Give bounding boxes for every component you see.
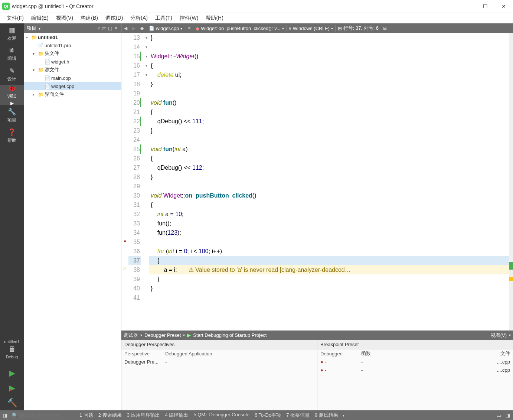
locator[interactable]: 🔍 xyxy=(12,413,75,418)
mode-编辑[interactable]: 🗎编辑 xyxy=(0,44,24,64)
function-dropdown[interactable]: ◆ Widget::on_pushButton_clicked(): v... … xyxy=(193,26,286,31)
close-panel-icon[interactable]: ✕ xyxy=(114,26,118,31)
debug-run-button[interactable]: ▶● xyxy=(0,381,24,395)
debug-view-label[interactable]: 视图(V) xyxy=(491,332,507,339)
col-perspective: Perspective xyxy=(124,351,161,356)
build-button[interactable]: 🔨 xyxy=(0,395,24,410)
minimap[interactable] xyxy=(509,33,513,331)
table-row[interactable]: ● --....cpp xyxy=(317,358,513,366)
breakpoint-icon: ● xyxy=(320,359,323,365)
menu-item[interactable]: 文件(F) xyxy=(3,14,27,23)
footer-tab[interactable]: 6 To-Do事项 xyxy=(255,412,281,419)
maximize-button[interactable]: ☐ xyxy=(476,0,494,13)
split-icon[interactable]: ◫ xyxy=(108,26,112,31)
tree-item[interactable]: 📄main.cpp xyxy=(24,74,121,82)
cursor-label: 行号: 37, 列号: 6 xyxy=(343,25,379,32)
breakpoint-gutter[interactable]: ●⚠ xyxy=(121,33,128,331)
start-debug-icon[interactable]: ▶ xyxy=(187,332,191,338)
col-function: 函数 xyxy=(361,350,488,357)
run-button[interactable]: ▶ xyxy=(0,366,24,381)
search-icon: 🔍 xyxy=(12,413,18,418)
table-row[interactable]: ● --....cpp xyxy=(317,366,513,374)
file-icon: 📄 xyxy=(149,26,154,31)
menu-item[interactable]: 分析(A) xyxy=(127,14,151,23)
link-icon[interactable]: ⇄ xyxy=(102,26,106,31)
tree-item[interactable]: ▸📁界面文件 xyxy=(24,90,121,98)
bookmark-icon[interactable]: ◆ xyxy=(138,26,146,31)
target-config-label: Debug xyxy=(6,355,18,359)
file-tab[interactable]: 📄 widget.cpp ▾ xyxy=(146,26,185,31)
menu-item[interactable]: 构建(B) xyxy=(77,14,102,23)
mode-设计[interactable]: ✎设计 xyxy=(0,64,24,85)
table-row[interactable]: Debugger Pre... - xyxy=(121,358,317,366)
mode-项目[interactable]: 🔧项目 xyxy=(0,105,24,126)
locator-input[interactable] xyxy=(19,413,75,418)
progress-icon[interactable]: ▭ xyxy=(497,413,501,418)
fold-gutter[interactable]: ▾▾▾▾▾ xyxy=(143,33,149,331)
footer-tab[interactable]: 5 QML Debugger Console xyxy=(193,412,249,419)
mode-icon: 🗎 xyxy=(9,46,15,54)
footer-tab[interactable]: 4 编译输出 xyxy=(165,412,189,419)
footer-tab[interactable]: 3 应用程序输出 xyxy=(127,412,160,419)
footer-tab[interactable]: 7 概要信息 xyxy=(286,412,310,419)
close-file-button[interactable]: ✕ xyxy=(185,26,193,31)
mode-label: 帮助 xyxy=(7,137,16,144)
tree-item[interactable]: 📄widget.cpp xyxy=(24,82,121,90)
nav-fwd-button[interactable]: ▶ xyxy=(130,26,138,31)
warning-icon[interactable]: ⚠ xyxy=(123,266,127,271)
tree-label: widget.cpp xyxy=(51,84,74,89)
menu-item[interactable]: 工具(T) xyxy=(151,14,176,23)
start-debug-label[interactable]: Start Debugging of Startup Project xyxy=(193,332,267,338)
sidebar-toggle-icon[interactable]: ◨ xyxy=(506,413,510,418)
breakpoint-preset-panel: Breakpoint Preset Debuggee 函数 文件 ● --...… xyxy=(317,340,513,410)
footer-tab[interactable]: 1 问题 xyxy=(79,412,93,419)
folder-icon: 📁 xyxy=(38,51,45,56)
project-tree[interactable]: ▾📁untitled1📄untitled1.pro▾📁头文件📄widget.h▾… xyxy=(24,33,121,410)
debugger-preset-label[interactable]: Debugger Preset xyxy=(144,332,181,338)
mode-label: 编辑 xyxy=(7,55,16,62)
mode-sidebar: ▦欢迎🗎编辑✎设计🐞调试▶🔧项目❓帮助 untitled1 🖥 Debug ▶ … xyxy=(0,23,24,410)
tree-item[interactable]: 📄widget.h xyxy=(24,58,121,66)
code-editor[interactable]: ●⚠ 1314151617181920212223242526272829303… xyxy=(121,33,513,331)
split-editor-icon[interactable]: ⊟ xyxy=(381,26,389,31)
menu-item[interactable]: 控件(W) xyxy=(176,14,202,23)
menu-item[interactable]: 调试(D) xyxy=(102,14,127,23)
breakpoint-icon[interactable]: ● xyxy=(124,238,126,244)
breakpoint-icon: ● xyxy=(320,367,323,373)
code-content[interactable]: }Widget::~Widget(){ delete ui;}void fun(… xyxy=(149,33,513,331)
target-selector[interactable]: untitled1 🖥 Debug xyxy=(0,332,24,366)
panel-title: Breakpoint Preset xyxy=(317,340,513,349)
col-file: 文件 xyxy=(491,350,510,357)
footer-tab[interactable]: 2 搜索结果 xyxy=(98,412,122,419)
file-icon: 📄 xyxy=(45,59,51,65)
tree-item[interactable]: ▾📁源文件 xyxy=(24,66,121,74)
cursor-position[interactable]: ⊞行号: 37, 列号: 6 xyxy=(335,25,381,32)
nav-back-button[interactable]: ◀ xyxy=(121,26,130,31)
filter-icon[interactable]: ▿ xyxy=(98,26,100,31)
qt-logo-icon: Qt xyxy=(2,3,10,10)
menu-item[interactable]: 编辑(E) xyxy=(27,14,52,23)
mode-欢迎[interactable]: ▦欢迎 xyxy=(0,23,24,44)
output-pane-icon[interactable]: ◨ xyxy=(3,413,7,418)
project-panel-title: 项目 xyxy=(27,25,36,32)
menu-item[interactable]: 视图(V) xyxy=(52,14,77,23)
folder-icon: 📁 xyxy=(38,67,45,73)
close-button[interactable]: ✕ xyxy=(494,0,513,13)
tree-item[interactable]: 📄untitled1.pro xyxy=(24,41,121,49)
debug-panels: Debugger Perspectives Perspective Debugg… xyxy=(121,340,513,410)
encoding-selector[interactable]: #Windows (CRLF)▾ xyxy=(286,26,335,31)
line-number-gutter: 1314151617181920212223242526272829303132… xyxy=(128,33,143,331)
project-panel-header: 项目 ▾ ▿ ⇄ ◫ ✕ xyxy=(24,23,121,33)
mode-调试[interactable]: 🐞调试▶ xyxy=(0,85,24,105)
tree-label: untitled1.pro xyxy=(45,43,71,48)
tree-item[interactable]: ▾📁untitled1 xyxy=(24,33,121,41)
minimize-button[interactable]: — xyxy=(457,0,476,13)
menu-item[interactable]: 帮助(H) xyxy=(202,14,227,23)
file-icon: 📄 xyxy=(38,43,45,48)
mode-帮助[interactable]: ❓帮助 xyxy=(0,126,24,146)
encoding-label: Windows (CRLF) xyxy=(293,26,330,31)
panel-title: Debugger Perspectives xyxy=(121,340,317,349)
tree-item[interactable]: ▾📁头文件 xyxy=(24,49,121,58)
debug-toolbar: 调试器 ▾ Debugger Preset ▾ ▶ Start Debuggin… xyxy=(121,331,513,340)
footer-tab[interactable]: 9 测试结果 xyxy=(315,412,338,419)
